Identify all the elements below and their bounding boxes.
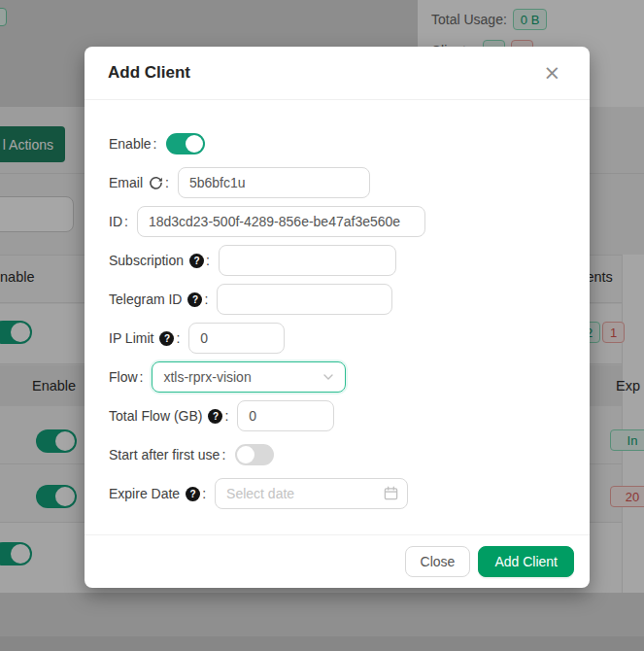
flow-select-value: xtls-rprx-vision xyxy=(163,369,251,385)
refresh-icon[interactable] xyxy=(149,176,163,190)
field-row-subscription: Subscription ? : xyxy=(109,245,566,276)
toggle-knob xyxy=(186,135,203,153)
ip-limit-label: IP Limit ? : xyxy=(109,330,180,346)
modal-body: Enable: Email : ID: Subscription ? xyxy=(85,100,590,534)
email-label: Email : xyxy=(109,175,169,190)
field-row-ip-limit: IP Limit ? : xyxy=(109,323,566,354)
expire-date-field[interactable] xyxy=(215,478,408,509)
toggle-knob xyxy=(237,446,254,463)
id-label: ID: xyxy=(109,214,128,229)
help-icon[interactable]: ? xyxy=(187,292,202,307)
telegram-id-field[interactable] xyxy=(217,284,392,315)
add-client-button[interactable]: Add Client xyxy=(478,546,574,577)
modal-header: Add Client × xyxy=(85,47,590,100)
start-after-first-use-toggle[interactable] xyxy=(235,444,274,465)
field-row-start-after-first-use: Start after first use: xyxy=(109,439,566,470)
field-row-id: ID: xyxy=(109,206,566,237)
chevron-down-icon xyxy=(322,371,334,383)
add-client-modal: Add Client × Enable: Email : ID: xyxy=(85,47,590,588)
total-flow-label: Total Flow (GB) ? : xyxy=(109,408,228,424)
id-field[interactable] xyxy=(137,206,425,237)
flow-label: Flow: xyxy=(109,369,143,385)
field-row-flow: Flow: xtls-rprx-vision xyxy=(109,361,566,393)
modal-title: Add Client xyxy=(108,63,190,83)
field-row-email: Email : xyxy=(109,167,566,198)
field-row-expire-date: Expire Date ? : xyxy=(109,478,566,509)
close-icon[interactable]: × xyxy=(537,61,566,86)
modal-footer: Close Add Client xyxy=(85,534,590,588)
help-icon[interactable]: ? xyxy=(159,331,174,346)
subscription-label: Subscription ? : xyxy=(109,253,210,268)
enable-toggle[interactable] xyxy=(166,133,205,154)
field-row-total-flow: Total Flow (GB) ? : xyxy=(109,400,566,431)
close-button[interactable]: Close xyxy=(405,546,471,577)
field-row-enable: Enable: xyxy=(109,128,566,159)
help-icon[interactable]: ? xyxy=(189,254,204,268)
expire-date-label: Expire Date ? : xyxy=(109,486,206,501)
field-row-telegram-id: Telegram ID ? : xyxy=(109,284,566,315)
subscription-field[interactable] xyxy=(219,245,396,276)
flow-select[interactable]: xtls-rprx-vision xyxy=(152,361,346,393)
total-flow-field[interactable] xyxy=(237,400,334,431)
start-after-first-use-label: Start after first use: xyxy=(109,447,225,463)
email-field[interactable] xyxy=(178,167,370,198)
help-icon[interactable]: ? xyxy=(208,409,222,424)
telegram-id-label: Telegram ID ? : xyxy=(109,291,208,307)
help-icon[interactable]: ? xyxy=(186,487,200,501)
ip-limit-field[interactable] xyxy=(188,323,285,354)
enable-label: Enable: xyxy=(109,136,156,152)
